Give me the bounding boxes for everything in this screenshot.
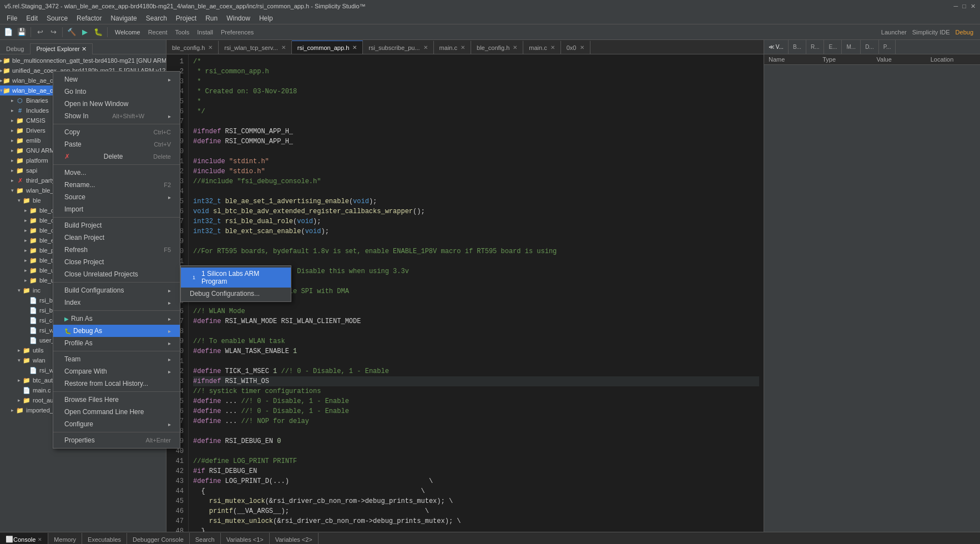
menu-source[interactable]: Source bbox=[42, 13, 72, 23]
ctx-build-project[interactable]: Build Project bbox=[53, 219, 180, 231]
debug-button[interactable]: 🐛 bbox=[92, 26, 104, 38]
rp-tab-m[interactable]: M... bbox=[842, 40, 861, 54]
rp-tab-b[interactable]: B... bbox=[789, 40, 806, 54]
memory-tab[interactable]: Memory bbox=[48, 533, 82, 545]
submenu-debug-configs[interactable]: Debug Configurations... bbox=[181, 288, 291, 300]
ctx-debug-as[interactable]: 🐛Debug As▸ bbox=[53, 325, 180, 337]
undo-button[interactable]: ↩ bbox=[34, 26, 46, 38]
project-explorer-tab[interactable]: Project Explorer ✕ bbox=[30, 43, 92, 54]
editor-tab-rsi-common[interactable]: rsi_common_app.h ✕ bbox=[292, 41, 363, 54]
editor-tab-ble-config2[interactable]: ble_config.h ✕ bbox=[471, 41, 523, 54]
ctx-copy[interactable]: CopyCtrl+C bbox=[53, 126, 180, 138]
line-num: 47 bbox=[166, 516, 184, 526]
debug-tab[interactable]: Debug bbox=[0, 43, 30, 54]
ctx-source[interactable]: Source▸ bbox=[53, 191, 180, 203]
build-button[interactable]: 🔨 bbox=[65, 26, 78, 38]
submenu-number-icon: 1 bbox=[190, 273, 198, 282]
close-button[interactable]: ✕ bbox=[971, 3, 976, 10]
menu-refactor[interactable]: Refactor bbox=[72, 13, 106, 23]
ctx-build-configs[interactable]: Build Configurations▸ bbox=[53, 284, 180, 296]
ctx-import[interactable]: Import bbox=[53, 203, 180, 215]
redo-button[interactable]: ↪ bbox=[47, 26, 59, 38]
tab-close[interactable]: ✕ bbox=[352, 44, 357, 51]
editor-tab-ble-config[interactable]: ble_config.h ✕ bbox=[166, 41, 219, 54]
rp-tab-d[interactable]: D... bbox=[861, 40, 879, 54]
menu-search[interactable]: Search bbox=[142, 13, 171, 23]
ctx-move[interactable]: Move... bbox=[53, 167, 180, 179]
menu-edit[interactable]: Edit bbox=[22, 13, 42, 23]
ctx-sep bbox=[53, 432, 180, 432]
tree-label: Drivers bbox=[26, 127, 46, 134]
ctx-team[interactable]: Team▸ bbox=[53, 353, 180, 365]
ctx-properties[interactable]: PropertiesAlt+Enter bbox=[53, 434, 180, 446]
menu-navigate[interactable]: Navigate bbox=[106, 13, 141, 23]
variables2-tab[interactable]: Variables <2> bbox=[270, 533, 319, 545]
menu-window[interactable]: Window bbox=[222, 13, 255, 23]
editor-tab-0x0[interactable]: 0x0 ✕ bbox=[561, 41, 590, 54]
submenu-silicon-labs[interactable]: 1 1 Silicon Labs ARM Program bbox=[181, 268, 291, 288]
editor-tab-main-c[interactable]: main.c ✕ bbox=[434, 41, 471, 54]
folder-icon: 📁 bbox=[16, 146, 24, 155]
ctx-new[interactable]: New▸ bbox=[53, 73, 180, 85]
rp-tab-v[interactable]: ≪ V... bbox=[764, 40, 789, 54]
ctx-open-cmdline[interactable]: Open Command Line Here bbox=[53, 406, 180, 418]
variables1-tab[interactable]: Variables <1> bbox=[221, 533, 270, 545]
debugger-console-tab[interactable]: Debugger Console bbox=[127, 533, 190, 545]
ctx-show-in[interactable]: Show InAlt+Shift+W▸ bbox=[53, 110, 180, 122]
line-num: 48 bbox=[166, 526, 184, 532]
right-panel: ≪ V... B... R... E... M... D... P... Nam… bbox=[764, 40, 980, 532]
ctx-configure[interactable]: Configure▸ bbox=[53, 418, 180, 430]
run-button[interactable]: ▶ bbox=[79, 26, 91, 38]
tab-close[interactable]: ✕ bbox=[281, 44, 286, 51]
executables-tab[interactable]: Executables bbox=[82, 533, 127, 545]
rp-tab-p[interactable]: P... bbox=[879, 40, 896, 54]
ctx-run-as[interactable]: ▶Run As▸ bbox=[53, 313, 180, 325]
editor-tab-main-c2[interactable]: main.c ✕ bbox=[523, 41, 560, 54]
menu-run[interactable]: Run bbox=[201, 13, 222, 23]
tree-label: utils bbox=[33, 347, 44, 354]
tab-close[interactable]: ✕ bbox=[461, 44, 465, 51]
menu-project[interactable]: Project bbox=[171, 13, 201, 23]
ctx-paste[interactable]: PasteCtrl+V bbox=[53, 138, 180, 150]
ctx-arrow: ▸ bbox=[168, 288, 171, 294]
right-panel-tabs: ≪ V... B... R... E... M... D... P... bbox=[764, 40, 980, 54]
ctx-index[interactable]: Index▸ bbox=[53, 296, 180, 309]
minimize-button[interactable]: ─ bbox=[954, 3, 958, 10]
ctx-refresh[interactable]: RefreshF5 bbox=[53, 244, 180, 256]
console-tab[interactable]: ⬜ Console ✕ bbox=[0, 533, 48, 545]
code-line: //#define LOG_PRINT PRINTF bbox=[193, 456, 759, 466]
ctx-browse-files[interactable]: Browse Files Here bbox=[53, 394, 180, 406]
rp-tab-e[interactable]: E... bbox=[824, 40, 842, 54]
tab-close[interactable]: ✕ bbox=[550, 44, 555, 51]
console-tab-close[interactable]: ✕ bbox=[38, 537, 42, 542]
ctx-compare-with[interactable]: Compare With▸ bbox=[53, 365, 180, 377]
ctx-close-unrelated[interactable]: Close Unrelated Projects bbox=[53, 268, 180, 280]
menu-help[interactable]: Help bbox=[255, 13, 277, 23]
toolbar-sep-1 bbox=[31, 27, 31, 37]
ctx-arrow: ▸ bbox=[168, 113, 171, 119]
search-tab[interactable]: Search bbox=[190, 533, 221, 545]
tab-close[interactable]: ✕ bbox=[208, 44, 213, 51]
save-button[interactable]: 💾 bbox=[16, 26, 28, 38]
folder-icon: 📁 bbox=[22, 346, 31, 355]
tree-arrow: ▾ bbox=[9, 188, 16, 193]
restore-button[interactable]: □ bbox=[962, 3, 966, 10]
editor-tab-bar: ble_config.h ✕ rsi_wlan_tcp_serv... ✕ rs… bbox=[166, 40, 764, 54]
ctx-open-new-window[interactable]: Open in New Window bbox=[53, 98, 180, 110]
rp-tab-r[interactable]: R... bbox=[806, 40, 825, 54]
ctx-restore-local-history[interactable]: Restore from Local History... bbox=[53, 377, 180, 390]
tab-close[interactable]: ✕ bbox=[423, 44, 428, 51]
tab-close[interactable]: ✕ bbox=[580, 44, 584, 51]
new-button[interactable]: 📄 bbox=[2, 26, 14, 38]
ctx-clean-project[interactable]: Clean Project bbox=[53, 231, 180, 244]
tab-close[interactable]: ✕ bbox=[513, 44, 517, 51]
ctx-close-project[interactable]: Close Project bbox=[53, 256, 180, 268]
ctx-rename[interactable]: Rename...F2 bbox=[53, 179, 180, 191]
editor-tab-rsi-wlan[interactable]: rsi_wlan_tcp_serv... ✕ bbox=[219, 41, 291, 54]
ctx-profile-as[interactable]: Profile As▸ bbox=[53, 337, 180, 349]
editor-tab-rsi-subscribe[interactable]: rsi_subscribe_pu... ✕ bbox=[363, 41, 433, 54]
menu-file[interactable]: File bbox=[2, 13, 22, 23]
ctx-delete[interactable]: ✗DeleteDelete bbox=[53, 150, 180, 163]
tree-item-project1[interactable]: ▸ 📁 ble_multiconnection_gatt_test-brd418… bbox=[0, 56, 166, 66]
ctx-go-into[interactable]: Go Into bbox=[53, 85, 180, 98]
